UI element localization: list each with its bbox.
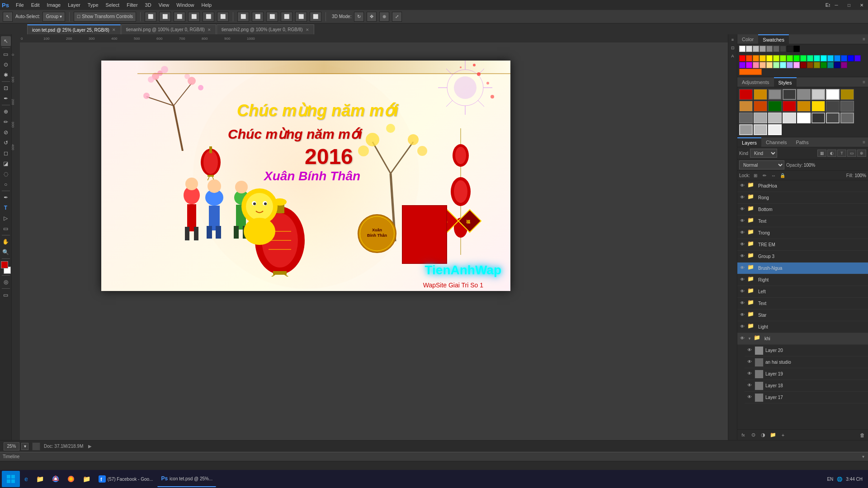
style-light-3[interactable] — [783, 113, 796, 123]
swatch-light-green[interactable] — [773, 62, 779, 68]
layer-fx-btn[interactable]: fx — [739, 431, 747, 439]
style-dark-stroke[interactable] — [783, 89, 796, 100]
quick-mask-btn[interactable]: ◎ — [1, 277, 11, 287]
eye-bottom[interactable]: 👁 — [739, 206, 745, 213]
magic-wand-tool[interactable]: ✱ — [1, 70, 11, 80]
swatch-lavender[interactable] — [787, 62, 793, 68]
swatch-dark-gray[interactable] — [773, 46, 779, 52]
align-left[interactable]: ⬜ — [145, 12, 156, 22]
swatch-green-yellow[interactable] — [787, 55, 793, 61]
eye-left[interactable]: 👁 — [739, 289, 745, 295]
style-light-stroke[interactable] — [811, 89, 825, 100]
eye-trong[interactable]: 👁 — [739, 230, 745, 236]
swatch-red-orange[interactable] — [746, 55, 752, 61]
filter-pixel-btn[interactable]: ▦ — [817, 150, 826, 157]
3d-move[interactable]: ⤢ — [392, 12, 402, 22]
eye-brushngua[interactable]: 👁 — [739, 265, 745, 272]
layer-adjust-btn[interactable]: ◑ — [759, 431, 767, 439]
style-yellow[interactable] — [811, 101, 825, 112]
menu-file[interactable]: File — [13, 1, 27, 9]
lock-position-btn[interactable]: ↔ — [770, 172, 777, 179]
gradient-tool[interactable]: ◪ — [1, 159, 11, 169]
swatch-brown[interactable] — [807, 62, 813, 68]
blur-tool[interactable]: ◌ — [1, 169, 11, 179]
zoom-fit-btn[interactable] — [32, 442, 40, 450]
menu-type[interactable]: Type — [85, 1, 102, 9]
taskbar-ie[interactable]: e — [21, 471, 32, 487]
swatch-orange[interactable] — [753, 55, 759, 61]
tab-adjustments[interactable]: Adjustments — [737, 77, 774, 87]
style-white-2[interactable] — [797, 113, 811, 123]
align-bottom[interactable]: ⬜ — [217, 12, 229, 22]
style-mid-stroke[interactable] — [797, 89, 811, 100]
eye-layer17[interactable]: 👁 — [746, 394, 753, 401]
layer-row-star[interactable]: 👁 📁 Star — [737, 310, 868, 321]
style-bronze[interactable] — [739, 101, 753, 112]
fill-value[interactable]: 100% — [854, 173, 866, 178]
hand-tool[interactable]: ✋ — [1, 237, 11, 247]
align-center-v[interactable]: ⬜ — [203, 12, 214, 22]
right-strip-icon-3[interactable]: A — [729, 52, 736, 60]
eye-treem[interactable]: 👁 — [739, 242, 745, 248]
style-light-1[interactable] — [754, 113, 767, 123]
3d-pan[interactable]: ✥ — [367, 12, 377, 22]
distribute-center-v[interactable]: ⬜ — [295, 12, 307, 22]
style-orange[interactable] — [754, 89, 767, 100]
layer-row-text2[interactable]: 👁 📁 Text — [737, 298, 868, 310]
crop-tool[interactable]: ⊡ — [1, 83, 11, 93]
eye-layer19[interactable]: 👁 — [746, 371, 753, 377]
style-white-border[interactable] — [768, 124, 782, 135]
tab-tienanhi-close[interactable]: ✕ — [208, 28, 211, 32]
layer-row-layer18[interactable]: 👁 Layer 18 — [745, 380, 868, 392]
menu-edit[interactable]: Edit — [28, 1, 43, 9]
clone-tool[interactable]: ⊘ — [1, 127, 11, 137]
history-brush[interactable]: ↺ — [1, 138, 11, 148]
taskbar-folder[interactable]: 📁 — [79, 471, 94, 487]
menu-select[interactable]: Select — [103, 1, 123, 9]
swatch-yellow-green[interactable] — [773, 55, 779, 61]
eye-layer20[interactable]: 👁 — [746, 347, 753, 354]
menu-3d[interactable]: 3D — [142, 1, 155, 9]
filter-adjust-btn[interactable]: ◐ — [827, 150, 836, 157]
swatch-purple[interactable] — [746, 62, 752, 68]
brush-tool[interactable]: ✏ — [1, 117, 11, 127]
lock-transparency-btn[interactable]: ⊞ — [752, 172, 759, 179]
eye-star[interactable]: 👁 — [739, 312, 745, 319]
swatch-mint[interactable] — [807, 55, 813, 61]
layer-row-khi[interactable]: 👁 ▼ 📁 khi — [737, 333, 868, 345]
maximize-button[interactable]: □ — [843, 0, 855, 10]
style-dark-2[interactable] — [840, 101, 854, 112]
layer-delete-btn[interactable]: 🗑 — [858, 431, 866, 439]
eye-khi[interactable]: 👁 — [739, 336, 745, 342]
eye-right[interactable]: 👁 — [739, 277, 745, 283]
eye-light[interactable]: 👁 — [739, 324, 745, 330]
menu-view[interactable]: View — [156, 1, 173, 9]
swatch-white[interactable] — [739, 46, 745, 52]
menu-filter[interactable]: Filter — [123, 1, 141, 9]
layer-row-text1[interactable]: 👁 📁 Text — [737, 216, 868, 227]
swatch-dark-red[interactable] — [800, 62, 807, 68]
align-right[interactable]: ⬜ — [174, 12, 185, 22]
layers-menu-btn[interactable]: ≡ — [863, 140, 868, 145]
eraser-tool[interactable]: ◻ — [1, 148, 11, 158]
filter-kind-select[interactable]: Kind — [750, 149, 777, 158]
zoom-tool[interactable]: 🔍 — [1, 247, 11, 257]
layer-mask-btn[interactable]: ⊙ — [749, 431, 757, 439]
menu-layer[interactable]: Layer — [65, 1, 84, 9]
filter-shape-btn[interactable]: ▭ — [847, 150, 856, 157]
swatch-silver[interactable] — [753, 46, 759, 52]
layer-row-bottom[interactable]: 👁 📁 Bottom — [737, 204, 868, 216]
swatch-teal[interactable] — [827, 62, 834, 68]
3d-zoom[interactable]: ⊕ — [379, 12, 389, 22]
doc-info-arrow[interactable]: ▶ — [87, 443, 93, 450]
timeline-collapse-btn[interactable]: ▾ — [861, 455, 865, 459]
taskbar-chrome[interactable] — [48, 471, 63, 487]
layer-new-btn[interactable]: + — [779, 431, 787, 439]
swatch-peach[interactable] — [760, 62, 766, 68]
style-dark-1[interactable] — [826, 101, 840, 112]
eye-layer18[interactable]: 👁 — [746, 383, 753, 389]
tab-channels[interactable]: Channels — [761, 137, 791, 147]
lasso-tool[interactable]: ⊙ — [1, 60, 11, 70]
tab-tienanhi[interactable]: tienanhi.png @ 100% (Layer 0, RGB/8) ✕ — [121, 24, 216, 34]
tab-styles[interactable]: Styles — [774, 77, 797, 87]
